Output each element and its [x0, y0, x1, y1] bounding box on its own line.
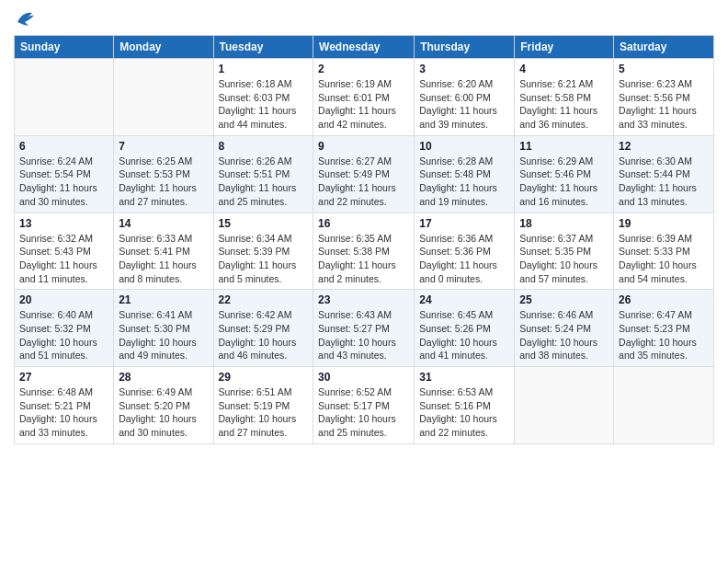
day-number: 17: [419, 217, 509, 230]
day-number: 19: [619, 217, 709, 230]
calendar-cell: 20Sunrise: 6:40 AMSunset: 5:32 PMDayligh…: [15, 290, 114, 367]
day-info: Sunrise: 6:29 AMSunset: 5:46 PMDaylight:…: [519, 155, 609, 209]
calendar-cell: 3Sunrise: 6:20 AMSunset: 6:00 PMDaylight…: [415, 59, 515, 136]
day-info: Sunrise: 6:21 AMSunset: 5:58 PMDaylight:…: [519, 77, 609, 132]
day-number: 9: [318, 140, 409, 153]
day-info: Sunrise: 6:46 AMSunset: 5:24 PMDaylight:…: [519, 308, 609, 362]
calendar-cell: 11Sunrise: 6:29 AMSunset: 5:46 PMDayligh…: [515, 135, 614, 213]
calendar-header-row: SundayMondayTuesdayWednesdayThursdayFrid…: [15, 36, 714, 59]
day-number: 23: [318, 293, 409, 306]
day-info: Sunrise: 6:41 AMSunset: 5:30 PMDaylight:…: [119, 308, 208, 362]
calendar-cell: 23Sunrise: 6:43 AMSunset: 5:27 PMDayligh…: [313, 290, 415, 367]
day-info: Sunrise: 6:34 AMSunset: 5:39 PMDaylight:…: [219, 232, 309, 286]
calendar-cell: 5Sunrise: 6:23 AMSunset: 5:56 PMDaylight…: [614, 59, 714, 136]
day-number: 27: [19, 371, 108, 384]
day-info: Sunrise: 6:48 AMSunset: 5:21 PMDaylight:…: [19, 385, 108, 440]
calendar-week-row: 13Sunrise: 6:32 AMSunset: 5:43 PMDayligh…: [15, 213, 714, 290]
day-number: 21: [119, 293, 208, 306]
day-number: 7: [119, 140, 208, 153]
calendar-table: SundayMondayTuesdayWednesdayThursdayFrid…: [14, 35, 714, 444]
calendar-cell: 25Sunrise: 6:46 AMSunset: 5:24 PMDayligh…: [515, 290, 614, 367]
logo-bird-icon: [16, 9, 36, 28]
day-info: Sunrise: 6:26 AMSunset: 5:51 PMDaylight:…: [219, 155, 309, 209]
day-info: Sunrise: 6:51 AMSunset: 5:19 PMDaylight:…: [219, 385, 309, 440]
weekday-header-tuesday: Tuesday: [213, 36, 313, 59]
day-number: 6: [19, 140, 108, 153]
day-number: 20: [19, 293, 108, 306]
day-number: 26: [619, 293, 709, 306]
day-number: 2: [318, 63, 409, 75]
day-number: 18: [519, 217, 609, 230]
day-number: 30: [318, 371, 409, 384]
calendar-cell: 9Sunrise: 6:27 AMSunset: 5:49 PMDaylight…: [313, 135, 415, 213]
day-info: Sunrise: 6:37 AMSunset: 5:35 PMDaylight:…: [519, 232, 609, 286]
day-info: Sunrise: 6:27 AMSunset: 5:49 PMDaylight:…: [318, 155, 409, 209]
day-info: Sunrise: 6:33 AMSunset: 5:41 PMDaylight:…: [119, 232, 208, 286]
calendar-cell: 6Sunrise: 6:24 AMSunset: 5:54 PMDaylight…: [15, 135, 114, 213]
day-info: Sunrise: 6:30 AMSunset: 5:44 PMDaylight:…: [619, 155, 709, 209]
calendar-cell: 18Sunrise: 6:37 AMSunset: 5:35 PMDayligh…: [515, 213, 614, 290]
weekday-header-thursday: Thursday: [415, 36, 515, 59]
day-number: 12: [619, 140, 709, 153]
page: SundayMondayTuesdayWednesdayThursdayFrid…: [0, 0, 728, 563]
calendar-cell: 13Sunrise: 6:32 AMSunset: 5:43 PMDayligh…: [15, 213, 114, 290]
calendar-cell: [614, 367, 714, 444]
day-number: 28: [119, 371, 208, 384]
day-number: 24: [419, 293, 509, 306]
day-info: Sunrise: 6:24 AMSunset: 5:54 PMDaylight:…: [19, 155, 108, 209]
day-number: 14: [119, 217, 208, 230]
day-number: 15: [219, 217, 309, 230]
calendar-cell: 28Sunrise: 6:49 AMSunset: 5:20 PMDayligh…: [114, 367, 213, 444]
day-info: Sunrise: 6:25 AMSunset: 5:53 PMDaylight:…: [119, 155, 208, 209]
day-number: 31: [419, 371, 509, 384]
calendar-week-row: 6Sunrise: 6:24 AMSunset: 5:54 PMDaylight…: [15, 135, 714, 213]
calendar-cell: 29Sunrise: 6:51 AMSunset: 5:19 PMDayligh…: [213, 367, 313, 444]
day-number: 16: [318, 217, 409, 230]
day-number: 22: [219, 293, 309, 306]
calendar-cell: 17Sunrise: 6:36 AMSunset: 5:36 PMDayligh…: [415, 213, 515, 290]
day-number: 25: [519, 293, 609, 306]
day-info: Sunrise: 6:43 AMSunset: 5:27 PMDaylight:…: [318, 308, 409, 362]
calendar-cell: 22Sunrise: 6:42 AMSunset: 5:29 PMDayligh…: [213, 290, 313, 367]
day-info: Sunrise: 6:39 AMSunset: 5:33 PMDaylight:…: [619, 232, 709, 286]
calendar-cell: 12Sunrise: 6:30 AMSunset: 5:44 PMDayligh…: [614, 135, 714, 213]
calendar-cell: 1Sunrise: 6:18 AMSunset: 6:03 PMDaylight…: [213, 59, 313, 136]
weekday-header-sunday: Sunday: [15, 36, 114, 59]
weekday-header-saturday: Saturday: [614, 36, 714, 59]
calendar-cell: 4Sunrise: 6:21 AMSunset: 5:58 PMDaylight…: [515, 59, 614, 136]
day-info: Sunrise: 6:45 AMSunset: 5:26 PMDaylight:…: [419, 308, 509, 362]
day-info: Sunrise: 6:23 AMSunset: 5:56 PMDaylight:…: [619, 77, 709, 132]
day-info: Sunrise: 6:53 AMSunset: 5:16 PMDaylight:…: [419, 385, 509, 440]
calendar-week-row: 27Sunrise: 6:48 AMSunset: 5:21 PMDayligh…: [15, 367, 714, 444]
calendar-cell: 30Sunrise: 6:52 AMSunset: 5:17 PMDayligh…: [313, 367, 415, 444]
weekday-header-friday: Friday: [515, 36, 614, 59]
calendar-cell: 24Sunrise: 6:45 AMSunset: 5:26 PMDayligh…: [415, 290, 515, 367]
calendar-cell: [114, 59, 213, 136]
calendar-week-row: 1Sunrise: 6:18 AMSunset: 6:03 PMDaylight…: [15, 59, 714, 136]
day-info: Sunrise: 6:28 AMSunset: 5:48 PMDaylight:…: [419, 155, 509, 209]
logo: [14, 9, 36, 28]
day-info: Sunrise: 6:52 AMSunset: 5:17 PMDaylight:…: [318, 385, 409, 440]
calendar-cell: [15, 59, 114, 136]
day-info: Sunrise: 6:19 AMSunset: 6:01 PMDaylight:…: [318, 77, 409, 132]
header: [14, 9, 714, 28]
calendar-cell: 2Sunrise: 6:19 AMSunset: 6:01 PMDaylight…: [313, 59, 415, 136]
day-number: 11: [519, 140, 609, 153]
calendar-cell: 31Sunrise: 6:53 AMSunset: 5:16 PMDayligh…: [415, 367, 515, 444]
day-info: Sunrise: 6:20 AMSunset: 6:00 PMDaylight:…: [419, 77, 509, 132]
calendar-cell: 8Sunrise: 6:26 AMSunset: 5:51 PMDaylight…: [213, 135, 313, 213]
day-number: 3: [419, 63, 509, 75]
day-number: 1: [219, 63, 309, 75]
calendar-cell: 15Sunrise: 6:34 AMSunset: 5:39 PMDayligh…: [213, 213, 313, 290]
day-number: 5: [619, 63, 709, 75]
calendar-cell: 10Sunrise: 6:28 AMSunset: 5:48 PMDayligh…: [415, 135, 515, 213]
calendar-week-row: 20Sunrise: 6:40 AMSunset: 5:32 PMDayligh…: [15, 290, 714, 367]
day-info: Sunrise: 6:35 AMSunset: 5:38 PMDaylight:…: [318, 232, 409, 286]
day-info: Sunrise: 6:49 AMSunset: 5:20 PMDaylight:…: [119, 385, 208, 440]
day-info: Sunrise: 6:47 AMSunset: 5:23 PMDaylight:…: [619, 308, 709, 362]
calendar-cell: 14Sunrise: 6:33 AMSunset: 5:41 PMDayligh…: [114, 213, 213, 290]
calendar-cell: 26Sunrise: 6:47 AMSunset: 5:23 PMDayligh…: [614, 290, 714, 367]
weekday-header-monday: Monday: [114, 36, 213, 59]
day-number: 13: [19, 217, 108, 230]
day-info: Sunrise: 6:18 AMSunset: 6:03 PMDaylight:…: [219, 77, 309, 132]
